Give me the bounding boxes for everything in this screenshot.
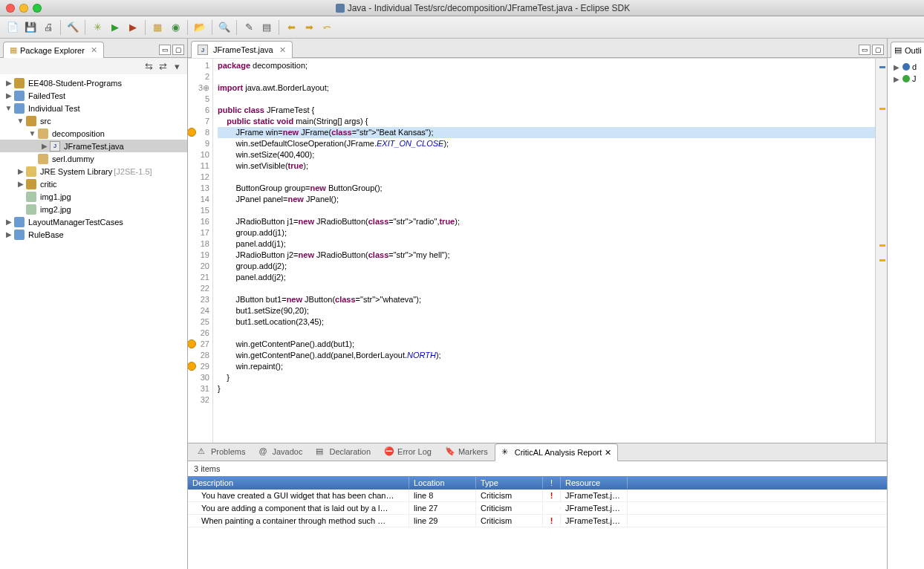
package-explorer-tab[interactable]: ▦ Package Explorer ✕ [3, 42, 104, 58]
window-title: Java - Individual Test/src/decomposition… [348, 3, 631, 13]
bottom-tab-critical-analysis-report[interactable]: ✳CriticAL Analysis Report ✕ [495, 443, 619, 461]
bottom-tab-markers[interactable]: 🔖Markers [438, 443, 495, 461]
minimize-view-button[interactable]: ▭ [159, 45, 171, 55]
java-file-icon [336, 4, 345, 13]
line-number-gutter[interactable]: 123⊕567891011121314151617181920212223242… [188, 59, 213, 443]
code-editor[interactable]: package decomposition;import java.awt.Bo… [213, 59, 875, 443]
column-header[interactable]: Type [476, 477, 543, 489]
project-icon [14, 91, 25, 101]
package-decl-icon [902, 63, 910, 71]
tab-icon: ⛔ [384, 446, 394, 457]
java-file-icon: J [198, 45, 208, 55]
window-zoom-button[interactable] [33, 4, 42, 13]
tree-file-selected[interactable]: ▶JJFrameTest.java [0, 140, 187, 152]
window-titlebar: Java - Individual Test/src/decomposition… [0, 0, 924, 16]
project-icon [14, 103, 25, 114]
table-row[interactable]: You have created a GUI widget that has b… [188, 490, 887, 502]
item-count-label: 3 items [188, 461, 887, 476]
outline-view: ▤ Outli ▶d ▶J [887, 39, 924, 569]
search-button[interactable]: 🔍 [216, 19, 232, 36]
project-icon [14, 78, 25, 88]
close-icon[interactable]: ✕ [279, 45, 286, 55]
package-icon [38, 154, 48, 164]
debug-bug-icon[interactable]: ✳ [89, 19, 105, 36]
new-button[interactable]: 📄 [4, 19, 21, 36]
window-close-button[interactable] [6, 4, 15, 13]
tab-icon: ▤ [316, 446, 326, 457]
bottom-tab-javadoc[interactable]: @Javadoc [252, 443, 309, 461]
outline-item[interactable]: ▶d [889, 61, 923, 73]
run-button[interactable]: ▶ [107, 19, 123, 36]
java-file-icon: J [50, 141, 60, 152]
outline-tab[interactable]: ▤ Outli [891, 42, 924, 58]
tab-icon: @ [258, 446, 269, 457]
maximize-view-button[interactable]: ▢ [172, 45, 184, 55]
bottom-tab-problems[interactable]: ⚠Problems [191, 443, 252, 461]
bottom-tab-declaration[interactable]: ▤Declaration [309, 443, 377, 461]
image-icon [26, 192, 36, 202]
minimize-view-button[interactable]: ▭ [859, 45, 871, 55]
package-icon [38, 129, 48, 139]
save-button[interactable]: 💾 [22, 19, 39, 36]
external-tools-button[interactable]: ▶ [125, 19, 141, 36]
open-type-button[interactable]: 📂 [192, 19, 208, 36]
column-header[interactable]: ! [543, 477, 561, 489]
package-icon: ▦ [10, 45, 17, 55]
bottom-tab-error-log[interactable]: ⛔Error Log [377, 443, 438, 461]
project-icon [14, 230, 25, 240]
window-minimize-button[interactable] [19, 4, 28, 13]
editor-tab[interactable]: J JFrameTest.java ✕ [191, 41, 293, 58]
last-edit-button[interactable]: ⤺ [319, 19, 335, 36]
bottom-tabs: ⚠Problems@Javadoc▤Declaration⛔Error Log🔖… [188, 443, 887, 461]
column-header[interactable]: Resource [561, 477, 628, 489]
table-row[interactable]: You are adding a component that is laid … [188, 502, 887, 515]
outline-item[interactable]: ▶J [889, 73, 923, 85]
build-button[interactable]: 🔨 [65, 19, 81, 36]
main-toolbar: 📄 💾 🖨 🔨 ✳ ▶ ▶ ▦ ◉ 📂 🔍 ✎ ▤ ⬅ ➡ ⤺ [0, 16, 924, 39]
tab-icon: ✳ [501, 447, 512, 458]
library-icon [26, 166, 36, 177]
analysis-table[interactable]: DescriptionLocationType!Resource You hav… [188, 476, 887, 569]
maximize-view-button[interactable]: ▢ [872, 45, 884, 55]
tab-icon: 🔖 [445, 446, 455, 457]
table-row[interactable]: When painting a container through method… [188, 515, 887, 527]
view-menu-button[interactable]: ▾ [171, 60, 183, 72]
nav-forward-button[interactable]: ➡ [301, 19, 317, 36]
package-explorer-view: ▦ Package Explorer ✕ ▭ ▢ ⇆ ⇄ ▾ ▶EE408-St… [0, 39, 188, 569]
annotation-button[interactable]: ▤ [258, 19, 275, 36]
class-icon [902, 75, 910, 82]
collapse-all-button[interactable]: ⇆ [143, 60, 154, 72]
outline-icon: ▤ [894, 45, 902, 55]
folder-icon [26, 179, 36, 189]
close-icon[interactable]: ✕ [91, 45, 97, 55]
nav-back-button[interactable]: ⬅ [283, 19, 299, 36]
project-icon [14, 217, 25, 227]
src-folder-icon [26, 116, 36, 126]
tab-icon: ⚠ [198, 446, 208, 457]
new-class-button[interactable]: ◉ [167, 19, 183, 36]
new-package-button[interactable]: ▦ [149, 19, 166, 36]
bottom-panel: ⚠Problems@Javadoc▤Declaration⛔Error Log🔖… [188, 443, 887, 569]
column-header[interactable]: Location [409, 477, 476, 489]
close-icon[interactable]: ✕ [605, 448, 611, 458]
column-header[interactable]: Description [188, 477, 409, 489]
image-icon [26, 204, 36, 215]
link-editor-button[interactable]: ⇄ [157, 60, 169, 72]
project-tree[interactable]: ▶EE408-Student-Programs ▶FailedTest ▼Ind… [0, 74, 187, 569]
editor-area: J JFrameTest.java ✕ ▭ ▢ 123⊕567891011121… [188, 39, 887, 443]
overview-ruler[interactable] [875, 59, 887, 443]
toggle-mark-button[interactable]: ✎ [241, 19, 257, 36]
print-button[interactable]: 🖨 [40, 19, 56, 36]
